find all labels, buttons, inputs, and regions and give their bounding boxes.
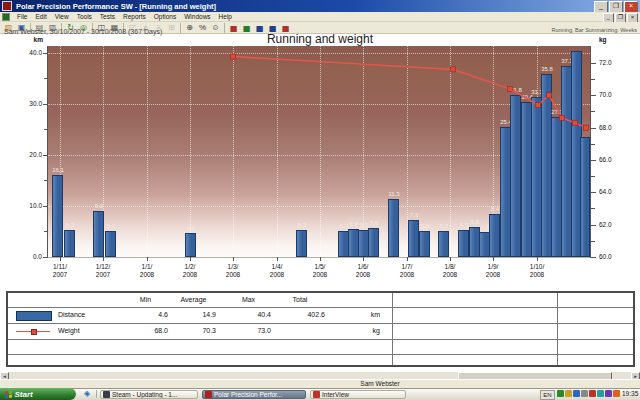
task-button-icon [103,391,110,398]
menu-tools[interactable]: Tools [73,13,96,20]
table-column-divider [392,293,393,365]
mdi-child-icon[interactable] [2,13,10,21]
x-axis-tick [233,257,234,261]
table-row-line [8,354,633,355]
x-axis-month-label: 1/3/2008 [216,263,250,279]
distance-bar[interactable] [64,230,75,257]
quick-launch-divider [96,390,97,398]
table-cell-average: 14.9 [171,311,216,318]
right-axis-tick [591,144,595,145]
right-axis-unit: kg [599,36,607,43]
task-button-2[interactable]: Polar Precision Perfor... [202,390,306,400]
left-axis-tick [43,155,48,156]
bar-value-label: 5.1 [101,223,121,229]
menu-edit[interactable]: Edit [31,13,50,20]
right-axis-tick [591,176,595,177]
table-row-line [8,323,633,324]
table-cell-min: 4.6 [123,311,168,318]
menu-view[interactable]: View [51,13,73,20]
right-axis-tick-label: 72.0 [599,59,624,66]
app-icon [2,1,12,11]
bar-value-label: 31.8 [506,87,526,93]
x-axis-tick [363,257,364,261]
start-button[interactable]: Start [0,388,76,400]
toolbar-separator [180,23,181,33]
left-axis-tick [44,231,48,232]
distance-bar[interactable] [296,230,307,257]
right-axis-tick-label: 64.0 [599,188,624,195]
distance-bar[interactable] [419,231,430,257]
table-cell-average: 70.3 [171,327,216,334]
menu-tests[interactable]: Tests [96,13,119,20]
table-header-average: Average [171,296,216,303]
menu-reports[interactable]: Reports [119,13,150,20]
tray-icon-2[interactable] [565,390,572,397]
menu-file[interactable]: File [13,13,31,20]
distance-bar[interactable] [458,230,469,257]
right-axis-tick [591,241,595,242]
task-button-1[interactable]: Steam - Updating - 1... [100,390,198,400]
table-cell-unit: km [335,311,380,318]
quick-launch-icon[interactable]: ◈ [84,390,90,398]
x-axis-tick [60,257,61,261]
menu-windows[interactable]: Windows [180,13,214,20]
distance-legend-swatch [16,311,52,321]
task-button-icon [205,391,212,398]
tray-icon-4[interactable] [581,390,588,397]
title-bar: Polar Precision Performance SW - [Runnin… [0,0,640,12]
tray-icon-5[interactable] [589,390,596,397]
bar-value-label: 11.3 [384,191,404,197]
language-indicator[interactable]: EN [540,390,555,400]
distance-bar[interactable] [580,137,590,257]
gridline-horizontal [48,104,590,105]
x-axis-month-label: 1/5/2008 [303,263,337,279]
right-axis-tick-label: 70.0 [599,91,624,98]
table-cell-unit: kg [335,327,380,334]
distance-bar[interactable] [438,231,449,257]
gridline-vertical [320,46,321,257]
tray-icon-6[interactable] [597,390,604,397]
tray-icon-8[interactable] [613,390,620,397]
bar-value-label: 4.6 [181,225,201,231]
tray-icon-1[interactable] [557,390,564,397]
task-button-3[interactable]: InterView [310,390,406,400]
tray-icon-7[interactable] [605,390,612,397]
left-axis-tick-label: 30.0 [17,100,42,107]
x-axis-month-label: 1/12/2007 [86,263,120,279]
right-axis-tick [591,95,596,96]
distance-bar[interactable] [368,228,379,257]
x-axis-tick [103,257,104,261]
table-column-divider [557,293,558,365]
window-title: Polar Precision Performance SW - [Runnin… [16,2,216,11]
distance-bar[interactable] [52,175,63,257]
distance-bar[interactable] [388,199,399,257]
table-row-line [8,307,633,308]
distance-bar[interactable] [93,211,104,257]
menu-help[interactable]: Help [215,13,236,20]
summary-table: MinAverageMaxTotalDistance4.614.940.4402… [6,291,635,367]
distance-bar[interactable] [489,214,500,257]
gridline-vertical [233,46,234,257]
task-button-label: InterView [322,391,349,398]
gridline-vertical [277,46,278,257]
x-axis-tick [407,257,408,261]
x-axis-month-label: 1/4/2008 [260,263,294,279]
right-axis-tick [591,111,595,112]
menu-options[interactable]: Options [150,13,180,20]
task-button-label: Polar Precision Perfor... [214,391,282,398]
right-axis-tick-label: 62.0 [599,221,624,228]
distance-bar[interactable] [510,95,521,257]
x-axis-line [48,257,590,258]
tray-icon-3[interactable] [573,390,580,397]
bar-value-label: 5.3 [292,222,312,228]
table-row-line [8,339,633,340]
x-axis-month-label: 1/10/2008 [520,263,554,279]
right-axis-tick [591,225,596,226]
distance-bar[interactable] [185,233,196,257]
left-axis-tick [44,180,48,181]
table-header-total: Total [275,296,325,303]
windows-flag-icon [5,390,12,397]
right-axis-tick [591,79,595,80]
distance-bar[interactable] [105,231,116,257]
bar-value-label: 9.0 [89,203,109,209]
